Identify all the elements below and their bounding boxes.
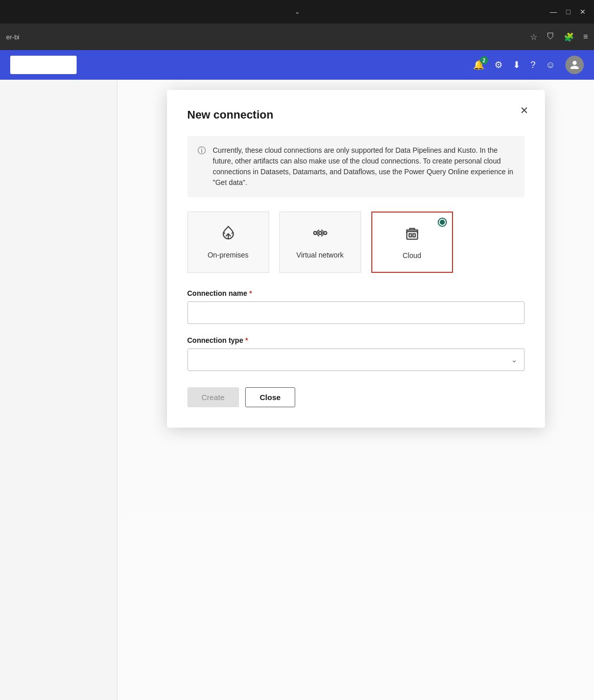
virtual-network-icon xyxy=(312,224,329,245)
connection-type-label: Connection type * xyxy=(187,336,525,344)
info-banner-text: Currently, these cloud connections are o… xyxy=(213,145,514,188)
dialog-footer: Create Close xyxy=(187,387,525,407)
create-button[interactable]: Create xyxy=(187,387,239,407)
shield-icon[interactable]: ⛉ xyxy=(547,32,555,41)
connection-type-selector: On-premises Virtual network xyxy=(187,212,525,273)
notification-bell-icon[interactable]: 🔔 2 xyxy=(473,59,484,71)
download-icon[interactable]: ⬇ xyxy=(513,59,520,71)
new-connection-dialog: New connection ✕ ⓘ Currently, these clou… xyxy=(167,90,545,428)
on-premises-icon xyxy=(220,224,237,245)
minimize-button[interactable]: — xyxy=(550,8,557,16)
address-icons: ☆ ⛉ 🧩 ≡ xyxy=(530,32,588,42)
favorite-icon[interactable]: ☆ xyxy=(530,32,537,42)
cloud-radio xyxy=(438,218,447,227)
app-header: 🔔 2 ⚙ ⬇ ? ☺ xyxy=(0,50,594,80)
connection-name-input[interactable] xyxy=(187,301,525,324)
cloud-label: Cloud xyxy=(402,251,421,260)
menu-icon[interactable]: ≡ xyxy=(583,32,588,41)
virtual-network-card[interactable]: Virtual network xyxy=(279,212,361,273)
close-button[interactable]: Close xyxy=(245,387,296,407)
virtual-network-label: Virtual network xyxy=(296,250,343,260)
tab-chevron-icon[interactable]: ⌄ xyxy=(295,8,300,15)
info-banner: ⓘ Currently, these cloud connections are… xyxy=(187,136,525,197)
svg-rect-5 xyxy=(413,234,415,237)
connection-type-required: * xyxy=(245,336,248,344)
settings-icon[interactable]: ⚙ xyxy=(494,59,503,71)
extension-icon[interactable]: 🧩 xyxy=(564,32,574,42)
app-logo xyxy=(10,56,77,74)
connection-type-select[interactable] xyxy=(187,348,525,371)
help-icon[interactable]: ? xyxy=(531,60,536,71)
browser-titlebar: ⌄ — □ ✕ xyxy=(0,0,594,24)
connection-name-required: * xyxy=(249,289,252,297)
dialog-close-button[interactable]: ✕ xyxy=(520,104,529,116)
close-window-button[interactable]: ✕ xyxy=(580,8,586,16)
info-icon: ⓘ xyxy=(198,146,206,188)
svg-rect-3 xyxy=(407,231,417,239)
header-icons: 🔔 2 ⚙ ⬇ ? ☺ xyxy=(473,56,584,74)
main-area: New connection ✕ ⓘ Currently, these clou… xyxy=(0,80,594,700)
feedback-icon[interactable]: ☺ xyxy=(546,60,555,71)
window-controls: — □ ✕ xyxy=(550,8,586,16)
connection-type-select-wrapper: ⌄ xyxy=(187,348,525,371)
maximize-button[interactable]: □ xyxy=(566,8,571,16)
address-site-text: er-bi xyxy=(6,33,19,41)
svg-rect-4 xyxy=(409,234,412,237)
sidebar xyxy=(0,80,117,700)
user-avatar[interactable] xyxy=(565,56,584,74)
dialog-overlay: New connection ✕ ⓘ Currently, these clou… xyxy=(117,80,594,700)
on-premises-card[interactable]: On-premises xyxy=(187,212,269,273)
browser-addressbar: er-bi ☆ ⛉ 🧩 ≡ xyxy=(0,24,594,50)
cloud-card[interactable]: Cloud xyxy=(371,212,453,273)
connection-name-label: Connection name * xyxy=(187,289,525,297)
notification-badge: 2 xyxy=(480,56,488,64)
dialog-title: New connection xyxy=(187,108,525,122)
cloud-icon xyxy=(403,224,421,246)
on-premises-label: On-premises xyxy=(207,250,248,260)
